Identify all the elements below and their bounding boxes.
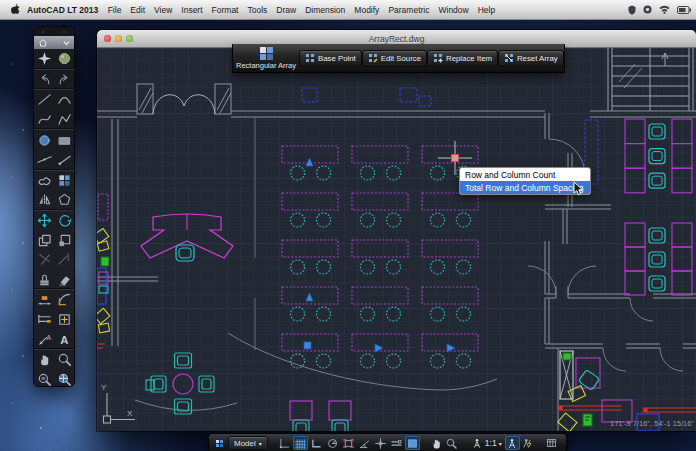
palette-tool-polyline[interactable] xyxy=(54,110,74,130)
svg-text:A: A xyxy=(60,333,68,345)
menu-item-format[interactable]: Format xyxy=(207,5,243,15)
svg-text:Y: Y xyxy=(101,383,107,392)
toggle-ortho[interactable] xyxy=(309,436,324,450)
menu-item-insert[interactable]: Insert xyxy=(177,5,207,15)
palette-tool-zoom-window[interactable] xyxy=(34,370,54,390)
workspace-switch-icon[interactable] xyxy=(544,436,559,450)
edit-source-button[interactable]: Edit Source xyxy=(362,50,427,67)
palette-tool-leader[interactable]: A xyxy=(34,329,54,349)
drawing-window: ArrayRect.dwg xyxy=(97,30,696,431)
palette-tool-polygon[interactable] xyxy=(54,190,74,210)
menu-item-draw[interactable]: Draw xyxy=(272,5,301,15)
pan-button[interactable] xyxy=(429,436,444,450)
svg-text:A: A xyxy=(46,333,51,340)
palette-tool-undo[interactable] xyxy=(34,69,54,90)
battery-menu-icon[interactable] xyxy=(677,6,691,14)
palette-tool-revision-cloud[interactable] xyxy=(34,170,54,191)
drawing-canvas[interactable]: Y X Row and Column CountTotal Row and Co… xyxy=(97,48,696,431)
palette-tool-dim-angular[interactable] xyxy=(54,289,74,310)
palette-tool-array[interactable] xyxy=(54,170,74,191)
palette-tool-dim-linear[interactable] xyxy=(34,289,54,310)
toggle-polar[interactable] xyxy=(325,436,340,450)
palette-tool-move[interactable] xyxy=(34,210,54,231)
palette-tool-trim[interactable] xyxy=(34,250,54,270)
toggle-otrack[interactable] xyxy=(373,436,388,450)
palette-tool-construction-line[interactable] xyxy=(34,150,54,170)
apple-menu-icon[interactable] xyxy=(9,3,21,16)
palette-tool-ray[interactable] xyxy=(54,150,74,170)
menu-item-edit[interactable]: Edit xyxy=(126,5,150,15)
minimize-button[interactable] xyxy=(115,35,122,42)
reset-array-button[interactable]: Reset Array xyxy=(498,50,564,67)
palette-tool-selection[interactable] xyxy=(34,49,54,69)
palette-tool-text[interactable]: A xyxy=(54,329,74,349)
chevron-down-icon[interactable] xyxy=(63,40,70,46)
palette-grip[interactable] xyxy=(34,27,74,36)
palette-tool-dim-baseline[interactable] xyxy=(34,310,54,330)
floor-plan: Y X xyxy=(97,48,696,431)
security-menu-icon[interactable] xyxy=(628,5,636,15)
screen: AutoCAD LT 2013 FileEditViewInsertFormat… xyxy=(0,0,696,451)
palette-tool-rotate[interactable] xyxy=(54,210,74,231)
palette-tool-zoom-extents[interactable] xyxy=(54,370,74,390)
menu-item-view[interactable]: View xyxy=(150,5,177,15)
palette-tool-mirror[interactable] xyxy=(34,190,54,210)
mouse-cursor xyxy=(572,181,584,197)
coordinates-readout: 171'-9 7/16", 54'-1 15/16" xyxy=(610,420,694,427)
palette-tool-rectangle[interactable] xyxy=(54,129,74,150)
toggle-snap[interactable] xyxy=(277,436,292,450)
toggle-lineweight[interactable] xyxy=(405,436,420,450)
toggle-osnap[interactable] xyxy=(341,436,356,450)
toggle-grid[interactable] xyxy=(293,436,308,450)
palette-tool-erase[interactable] xyxy=(54,270,74,290)
palette-tool-scale[interactable] xyxy=(54,230,74,250)
menu-item-help[interactable]: Help xyxy=(473,5,499,15)
array-context-toolbar: Rectangular Array Base PointEdit SourceR… xyxy=(232,44,565,73)
palette-tool-extend[interactable] xyxy=(54,250,74,270)
menu-item-window[interactable]: Window xyxy=(434,5,473,15)
palette-tool-copy[interactable] xyxy=(34,230,54,250)
annotation-visibility-button[interactable] xyxy=(505,436,520,450)
menu-item-modify[interactable]: Modify xyxy=(350,5,384,15)
zoom-button-status[interactable] xyxy=(444,436,459,450)
window-title: ArrayRect.dwg xyxy=(369,34,425,44)
palette-tool-line[interactable] xyxy=(34,89,54,110)
palette-tool-spline[interactable] xyxy=(34,110,54,130)
toggle-dynamic-input[interactable] xyxy=(389,436,404,450)
svg-text:X: X xyxy=(127,409,133,418)
app-menu-name[interactable]: AutoCAD LT 2013 xyxy=(25,5,103,15)
grip-menu-item[interactable]: Total Row and Column Spacing xyxy=(460,181,590,194)
wifi-menu-icon[interactable] xyxy=(659,5,670,14)
rectangular-array-tool[interactable]: Rectangular Array xyxy=(233,47,299,70)
palette-tool-arc[interactable] xyxy=(54,89,74,110)
tool-palette: AA xyxy=(33,26,75,387)
array-status-icon[interactable] xyxy=(216,440,223,447)
zoom-button[interactable] xyxy=(126,35,133,42)
menu-item-file[interactable]: File xyxy=(103,5,126,15)
palette-tool-pan[interactable] xyxy=(34,349,54,370)
menu-item-parametric[interactable]: Parametric xyxy=(384,5,434,15)
grip-context-menu: Row and Column CountTotal Row and Column… xyxy=(459,167,591,195)
palette-tool-circle[interactable] xyxy=(34,129,54,150)
menu-item-tools[interactable]: Tools xyxy=(243,5,272,15)
close-button[interactable] xyxy=(104,35,111,42)
palette-header[interactable] xyxy=(34,36,74,49)
display-menu-icon[interactable] xyxy=(643,5,652,14)
grip-menu-item[interactable]: Row and Column Count xyxy=(460,168,590,181)
annotation-autoscale-button[interactable] xyxy=(520,436,535,450)
toggle-isometric[interactable] xyxy=(357,436,372,450)
palette-tool-redo[interactable] xyxy=(54,69,74,90)
status-bar: Model▾ 1:1▾ xyxy=(208,433,567,451)
model-space-button[interactable]: Model▾ xyxy=(228,436,268,450)
palette-tool-render-sphere[interactable] xyxy=(54,49,74,69)
menu-bar: AutoCAD LT 2013 FileEditViewInsertFormat… xyxy=(0,0,696,20)
home-icon xyxy=(38,38,48,48)
base-point-button[interactable]: Base Point xyxy=(299,50,362,67)
annotation-scale-button[interactable]: 1:1▾ xyxy=(468,437,505,450)
replace-item-button[interactable]: Replace Item xyxy=(427,50,498,67)
menu-item-dimension[interactable]: Dimension xyxy=(301,5,350,15)
palette-tool-zoom[interactable] xyxy=(54,349,74,370)
grip-square xyxy=(304,342,311,349)
palette-tool-stamp[interactable] xyxy=(34,270,54,290)
palette-tool-dim-center[interactable] xyxy=(54,310,74,330)
